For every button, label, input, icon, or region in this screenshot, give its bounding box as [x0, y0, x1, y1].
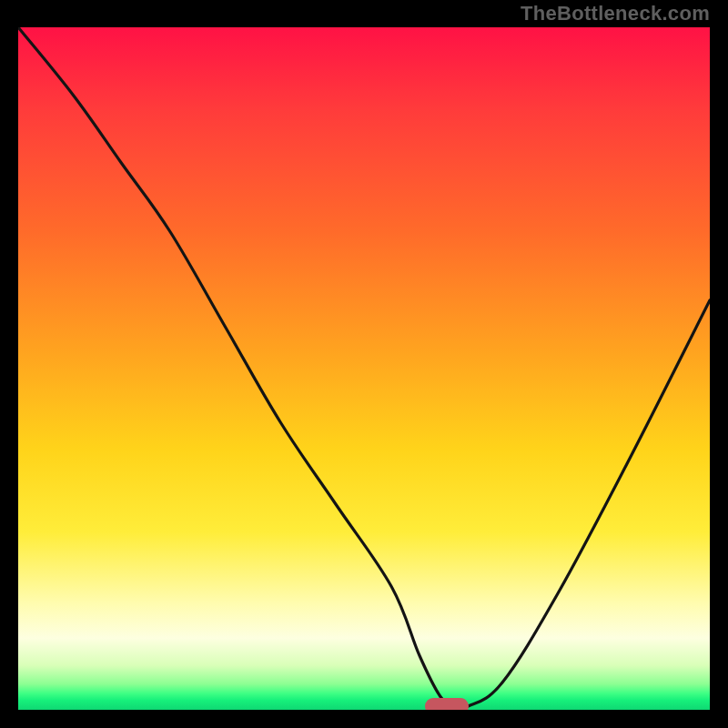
plot-area: [18, 27, 710, 710]
watermark-text: TheBottleneck.com: [521, 2, 710, 25]
chart-frame: TheBottleneck.com: [0, 0, 728, 728]
gradient-background: [18, 27, 710, 710]
